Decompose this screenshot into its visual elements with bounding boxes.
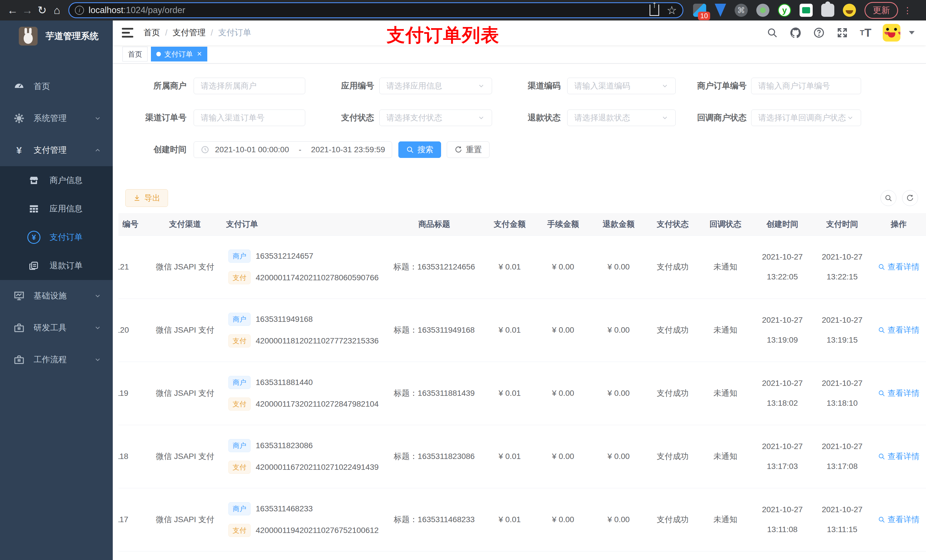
- table-header-row: 编号 支付渠道 支付订单 商品标题 支付金额 手续金额 退款金额 支付状态 回调…: [118, 213, 926, 235]
- sidebar-item-infra[interactable]: 基础设施: [0, 280, 113, 312]
- chevron-down-icon: [661, 114, 669, 122]
- col-title: 商品标题: [384, 213, 484, 235]
- header-search-icon[interactable]: [766, 26, 779, 39]
- sidebar-item-system[interactable]: 系统管理: [0, 103, 113, 134]
- breadcrumb-home[interactable]: 首页: [144, 27, 160, 38]
- notify-status-select[interactable]: 请选择订单回调商户状态: [751, 110, 861, 126]
- view-detail-link[interactable]: 查看详情: [878, 261, 920, 272]
- close-icon[interactable]: ✕: [197, 50, 202, 58]
- fee-amount: ¥ 0.00: [535, 488, 591, 551]
- refund-status-select[interactable]: 请选择退款状态: [567, 110, 676, 126]
- merchant-tag: 商户: [228, 376, 251, 389]
- view-detail-link[interactable]: 查看详情: [878, 451, 920, 462]
- sidebar-item-workflow[interactable]: 工作流程: [0, 344, 113, 376]
- extensions-puzzle-icon[interactable]: [821, 4, 834, 17]
- product-title: 标题：1635311823086: [384, 425, 484, 488]
- merchant-order-no-input[interactable]: [751, 78, 861, 94]
- sidebar-item-payment[interactable]: ¥ 支付管理: [0, 134, 113, 166]
- github-icon[interactable]: [789, 26, 802, 39]
- app-title: 芋道管理系统: [45, 30, 98, 42]
- user-avatar[interactable]: [883, 24, 900, 42]
- channel-order-no-field[interactable]: [201, 113, 298, 122]
- table-row: 121 微信 JSAPI 支付 商户 1635312124657 支付 4200…: [118, 235, 926, 299]
- refund-amount: ¥ 0.00: [591, 425, 646, 488]
- tab-home[interactable]: 首页: [123, 47, 147, 62]
- browser-forward-button[interactable]: →: [20, 3, 35, 18]
- sidebar-item-pay-order[interactable]: ¥ 支付订单: [0, 223, 113, 252]
- browser-update-button[interactable]: 更新: [864, 2, 898, 19]
- bookmark-star-icon[interactable]: ☆: [667, 4, 677, 17]
- channel-order-no: 4200001174202110278060590766: [256, 273, 379, 282]
- extension-icon[interactable]: [756, 4, 769, 17]
- browser-home-button[interactable]: ⌂: [50, 3, 64, 18]
- notify-status: 未通知: [699, 362, 752, 425]
- pay-status-select[interactable]: 请选择支付状态: [379, 110, 492, 126]
- profile-avatar-icon[interactable]: [843, 4, 856, 17]
- app-logo[interactable]: 芋道管理系统: [0, 21, 113, 52]
- tab-pay-order[interactable]: 支付订单 ✕: [151, 47, 207, 62]
- channel-order-no-input[interactable]: [194, 110, 305, 126]
- browser-back-button[interactable]: ←: [5, 3, 20, 18]
- filter-refund-status: 退款状态 请选择退款状态: [492, 110, 676, 126]
- date-range-picker[interactable]: 2021-10-01 00:00:00 - 2021-10-31 23:59:5…: [194, 142, 392, 158]
- fee-amount: ¥ 0.00: [535, 299, 591, 362]
- search-button[interactable]: 搜索: [398, 142, 441, 158]
- merchant-input-field[interactable]: [201, 82, 298, 91]
- col-actions: 操作: [872, 213, 926, 235]
- browser-address-bar[interactable]: i localhost:1024/pay/order ☆: [68, 2, 683, 18]
- table-search-toggle-button[interactable]: [881, 190, 896, 206]
- extension-icon[interactable]: [715, 4, 726, 17]
- sidebar-item-merchant-info[interactable]: 商户信息: [0, 166, 113, 195]
- extension-badge: 10: [698, 12, 710, 20]
- extension-icon[interactable]: ⌘: [735, 4, 748, 17]
- briefcase-icon: [12, 354, 26, 365]
- tags-view-bar: 首页 支付订单 ✕: [113, 45, 926, 64]
- breadcrumb-current: 支付订单: [218, 27, 251, 38]
- store-icon: [26, 175, 42, 186]
- extension-icon[interactable]: y: [778, 4, 791, 17]
- col-id: 编号: [118, 213, 148, 235]
- merchant-order-no-field[interactable]: [758, 82, 854, 91]
- merchant-order-no: 1635311949168: [256, 315, 313, 324]
- pay-tag: 支付: [228, 334, 251, 347]
- col-notify-status: 回调状态: [699, 213, 752, 235]
- product-title: 标题：1635311881439: [384, 362, 484, 425]
- create-time: 2021-10-2713:19:09: [752, 299, 813, 362]
- fullscreen-icon[interactable]: [836, 26, 849, 39]
- view-detail-link[interactable]: 查看详情: [878, 514, 920, 525]
- col-channel: 支付渠道: [148, 213, 222, 235]
- reset-button[interactable]: 重置: [447, 142, 489, 158]
- filter-channel-order-no: 渠道订单号: [113, 110, 305, 126]
- filter-pay-status: 支付状态 请选择支付状态: [305, 110, 492, 126]
- share-icon[interactable]: [649, 5, 659, 16]
- breadcrumb: 首页 / 支付管理 / 支付订单: [144, 27, 251, 38]
- order-id: 117: [118, 515, 129, 524]
- sidebar-item-dev-tools[interactable]: 研发工具: [0, 312, 113, 344]
- app-id-select[interactable]: 请选择应用信息: [379, 78, 492, 94]
- url-text: localhost:1024/pay/order: [89, 5, 647, 15]
- breadcrumb-payment[interactable]: 支付管理: [172, 27, 206, 38]
- active-dot-icon: [156, 52, 161, 56]
- export-button[interactable]: 导出: [125, 189, 168, 207]
- help-icon[interactable]: [813, 26, 825, 39]
- view-detail-link[interactable]: 查看详情: [878, 388, 920, 398]
- sidebar-item-app-info[interactable]: 应用信息: [0, 195, 113, 223]
- notify-status: 未通知: [699, 235, 752, 299]
- avatar-caret-icon[interactable]: [909, 31, 915, 35]
- merchant-input[interactable]: [194, 78, 305, 94]
- font-size-icon[interactable]: TT: [859, 26, 872, 39]
- extension-icon[interactable]: 10: [693, 4, 706, 17]
- browser-reload-button[interactable]: ↻: [35, 3, 50, 18]
- chevron-up-icon: [94, 146, 101, 154]
- browser-menu-icon[interactable]: ⋮: [903, 8, 912, 12]
- table-refresh-button[interactable]: [902, 190, 918, 206]
- site-info-icon[interactable]: i: [75, 6, 84, 15]
- sidebar-item-home[interactable]: 首页: [0, 71, 113, 103]
- page-content: 所属商户 应用编号 请选择应用信息: [113, 63, 926, 560]
- merchant-tag: 商户: [228, 502, 251, 515]
- sidebar-item-refund-order[interactable]: 退款订单: [0, 252, 113, 280]
- sidebar-collapse-icon[interactable]: [122, 28, 133, 38]
- extension-icon[interactable]: [800, 4, 813, 17]
- channel-code-select[interactable]: 请输入渠道编码: [567, 78, 676, 94]
- view-detail-link[interactable]: 查看详情: [878, 325, 920, 335]
